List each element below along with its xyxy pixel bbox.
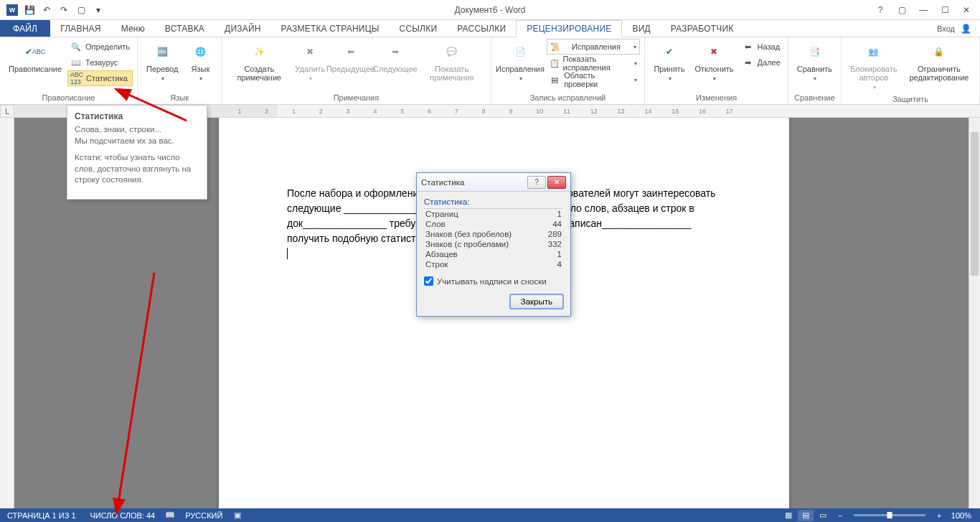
tooltip-title: Статистика <box>75 111 199 121</box>
next-change-icon: ➡ <box>743 57 754 68</box>
define-button[interactable]: 🔍Определить <box>67 39 133 55</box>
status-page[interactable]: СТРАНИЦА 1 ИЗ 1 <box>0 511 83 520</box>
show-comments-icon: 💬 <box>440 40 463 63</box>
tab-developer[interactable]: РАЗРАБОТЧИК <box>661 20 744 37</box>
group-label: Защитить <box>846 93 975 106</box>
zoom-out-icon[interactable]: − <box>832 510 848 521</box>
group-compare: 📑Сравнить▾ Сравнение <box>788 37 842 104</box>
show-markup-button[interactable]: 📋Показать исправления▾ <box>547 55 641 71</box>
show-comments-button[interactable]: 💬Показать примечания <box>418 39 486 83</box>
display-for-review-combo[interactable]: 📜Исправления▾ <box>547 39 641 55</box>
prev-comment-button[interactable]: ⬅Предыдущее <box>328 39 372 75</box>
show-markup-icon: 📋 <box>550 57 560 69</box>
group-language: 🔤Перевод▾ 🌐Язык▾ Язык <box>138 37 222 104</box>
statistics-icon: ABC123 <box>71 73 83 84</box>
view-print-icon[interactable]: ▤ <box>798 510 814 521</box>
statistics-dialog: Статистика ? ✕ Статистика: Страниц1Слов4… <box>416 172 571 317</box>
word-app-icon[interactable]: W <box>4 2 20 18</box>
minimize-icon[interactable]: ― <box>914 2 933 18</box>
close-icon[interactable]: ✕ <box>957 2 976 18</box>
reviewing-pane-button[interactable]: ▤Область проверки▾ <box>547 72 641 88</box>
status-language[interactable]: РУССКИЙ <box>178 511 230 520</box>
translate-icon: 🔤 <box>151 40 174 63</box>
group-label: Запись исправлений <box>496 92 641 104</box>
zoom-in-icon[interactable]: + <box>931 510 947 521</box>
ruler-tab-selector[interactable]: L <box>0 105 14 118</box>
new-comment-button[interactable]: ✨Создать примечание <box>226 39 292 83</box>
qat-dropdown-icon[interactable]: ▾ <box>90 2 106 18</box>
titlebar: W 💾 ↶ ↷ ▢ ▾ Документ6 - Word ? ▢ ― ☐ ✕ <box>0 0 980 20</box>
block-authors-button[interactable]: 👥Блокировать авторов▾ <box>846 39 902 93</box>
vertical-scrollbar[interactable] <box>969 118 980 508</box>
tab-menu[interactable]: Меню <box>111 20 155 37</box>
text-cursor <box>287 248 288 259</box>
next-comment-button[interactable]: ➡Следующее <box>374 39 416 75</box>
statistics-button[interactable]: ABC123Статистика <box>67 70 133 86</box>
delete-comment-button[interactable]: ✖Удалить▾ <box>293 39 326 85</box>
scrollbar-thumb[interactable] <box>971 132 979 276</box>
spelling-icon: ✔ABC <box>24 40 47 63</box>
reject-button[interactable]: ✖Отклонить▾ <box>690 39 738 85</box>
compare-icon: 📑 <box>803 40 826 63</box>
status-macro-icon[interactable]: ▣ <box>230 510 245 521</box>
prev-change-button[interactable]: ⬅Назад <box>740 39 783 55</box>
help-icon[interactable]: ? <box>871 2 890 18</box>
group-tracking: 📄Исправления▾ 📜Исправления▾ 📋Показать ис… <box>491 37 646 104</box>
new-doc-icon[interactable]: ▢ <box>73 2 89 18</box>
restrict-editing-icon: 🔒 <box>928 40 951 63</box>
accept-button[interactable]: ✔Принять▾ <box>649 39 689 85</box>
zoom-level[interactable]: 100% <box>948 511 974 520</box>
dialog-stat-row: Знаков (с пробелами)332 <box>424 239 563 249</box>
tab-references[interactable]: ССЫЛКИ <box>390 20 448 37</box>
save-icon[interactable]: 💾 <box>22 2 37 18</box>
tab-file[interactable]: ФАЙЛ <box>0 20 50 37</box>
dialog-stat-row: Строк4 <box>424 259 563 269</box>
compare-button[interactable]: 📑Сравнить▾ <box>793 39 837 85</box>
include-textboxes-input[interactable] <box>424 276 433 286</box>
tab-design[interactable]: ДИЗАЙН <box>215 20 271 37</box>
language-button[interactable]: 🌐Язык▾ <box>184 39 217 85</box>
view-web-icon[interactable]: ▭ <box>815 510 831 521</box>
restrict-editing-button[interactable]: 🔒Ограничить редактирование <box>903 39 975 83</box>
thesaurus-button[interactable]: 📖Тезаурус <box>67 55 133 70</box>
vertical-ruler[interactable] <box>0 118 14 508</box>
next-change-button[interactable]: ➡Далее <box>740 55 783 70</box>
signin-avatar-icon[interactable]: 👤 <box>961 24 971 34</box>
next-comment-icon: ➡ <box>384 40 407 63</box>
dialog-close-icon[interactable]: ✕ <box>547 176 566 189</box>
status-proofing-icon[interactable]: 📖 <box>162 510 178 521</box>
block-authors-icon: 👥 <box>862 40 885 63</box>
maximize-icon[interactable]: ☐ <box>936 2 954 18</box>
ribbon-tabs: ФАЙЛ ГЛАВНАЯ Меню ВСТАВКА ДИЗАЙН РАЗМЕТК… <box>0 20 980 37</box>
translate-button[interactable]: 🔤Перевод▾ <box>142 39 182 85</box>
ribbon-options-icon[interactable]: ▢ <box>892 2 911 18</box>
tab-view[interactable]: ВИД <box>622 20 660 37</box>
spelling-button[interactable]: ✔ABC Правописание <box>4 39 66 75</box>
tab-mailings[interactable]: РАССЫЛКИ <box>447 20 516 37</box>
tab-insert[interactable]: ВСТАВКА <box>155 20 215 37</box>
group-protect: 👥Блокировать авторов▾ 🔒Ограничить редакт… <box>842 37 980 104</box>
dialog-close-button[interactable]: Закрыть <box>510 294 563 309</box>
thesaurus-icon: 📖 <box>70 57 82 68</box>
dialog-stats-table: Страниц1Слов44Знаков (без пробелов)289Зн… <box>424 208 563 269</box>
track-changes-icon: 📄 <box>509 40 532 63</box>
dialog-titlebar[interactable]: Статистика ? ✕ <box>417 173 570 192</box>
view-read-icon[interactable]: ▦ <box>781 510 796 521</box>
tab-review[interactable]: РЕЦЕНЗИРОВАНИЕ <box>516 20 622 37</box>
redo-icon[interactable]: ↷ <box>56 2 72 18</box>
language-icon: 🌐 <box>189 40 212 63</box>
track-changes-button[interactable]: 📄Исправления▾ <box>496 39 545 85</box>
zoom-slider[interactable] <box>854 514 925 516</box>
accept-icon: ✔ <box>658 40 681 63</box>
signin-link[interactable]: Вход <box>937 24 955 33</box>
status-word-count[interactable]: ЧИСЛО СЛОВ: 44 <box>83 511 163 520</box>
dialog-help-icon[interactable]: ? <box>527 176 546 189</box>
tab-home[interactable]: ГЛАВНАЯ <box>50 20 110 37</box>
undo-icon[interactable]: ↶ <box>39 2 55 18</box>
reviewing-pane-icon: ▤ <box>550 74 561 85</box>
ribbon: ✔ABC Правописание 🔍Определить 📖Тезаурус … <box>0 37 980 105</box>
include-textboxes-checkbox[interactable]: Учитывать надписи и сноски <box>424 276 563 286</box>
group-label: Примечания <box>226 92 486 104</box>
prev-change-icon: ⬅ <box>743 41 754 52</box>
tab-layout[interactable]: РАЗМЕТКА СТРАНИЦЫ <box>271 20 390 37</box>
